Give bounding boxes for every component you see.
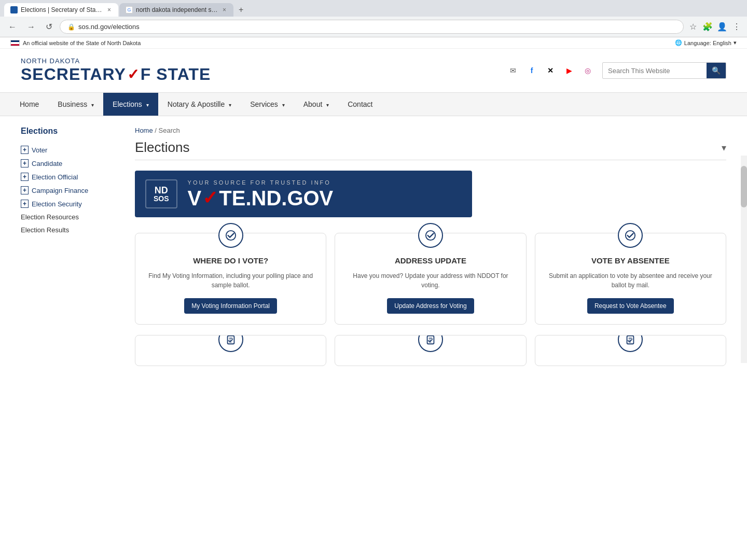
expand-icon: + — [21, 173, 29, 181]
card-title-3: VOTE BY ABSENTEE — [544, 256, 717, 265]
nav-link-home[interactable]: Home — [10, 93, 48, 116]
card-partial-1 — [135, 335, 326, 366]
sidebar-link-election-security[interactable]: + Election Security — [21, 200, 125, 208]
card-desc-2: Have you moved? Update your address with… — [343, 271, 517, 290]
tab-favicon-2: G — [126, 6, 133, 13]
back-button[interactable]: ← — [5, 20, 20, 34]
nav-link-notary[interactable]: Notary & Apostille ▾ — [158, 93, 241, 116]
card-check-icon-1 — [218, 223, 243, 248]
banner-image: ND SOS YOUR SOURCE FOR TRUSTED INFO V ✓ … — [135, 171, 472, 217]
sidebar-item-campaign-finance[interactable]: + Campaign Finance — [21, 184, 125, 197]
nav-item-contact[interactable]: Contact — [338, 93, 382, 116]
scrollbar[interactable] — [741, 156, 747, 363]
bookmark-icon[interactable]: ☆ — [688, 22, 698, 32]
search-input[interactable] — [603, 64, 707, 78]
sidebar-item-election-resources[interactable]: Election Resources — [21, 211, 125, 223]
language-selector[interactable]: 🌐 Language: English ▾ — [675, 39, 737, 46]
social-icons: ✉ f ✕ ▶ ◎ — [506, 63, 595, 78]
chevron-down-icon: ▾ — [146, 102, 149, 108]
forward-button[interactable]: → — [24, 20, 38, 34]
sidebar-link-campaign-finance[interactable]: + Campaign Finance — [21, 186, 125, 194]
sidebar-link-election-resources[interactable]: Election Resources — [21, 213, 125, 221]
breadcrumb-home-link[interactable]: Home — [135, 127, 153, 134]
card-partial-2 — [335, 335, 526, 366]
nav-item-notary[interactable]: Notary & Apostille ▾ — [158, 93, 241, 116]
nav-item-about[interactable]: About ▾ — [294, 93, 338, 116]
card-partial-3 — [535, 335, 726, 366]
nav-link-elections[interactable]: Elections ▾ — [103, 93, 158, 116]
nav-bar: Home Business ▾ Elections ▾ Notary & Apo… — [0, 92, 747, 116]
extensions-icon[interactable]: 🧩 — [702, 22, 713, 32]
chevron-down-icon: ▾ — [326, 102, 329, 108]
content-area: Home / Search Elections ▾ ND SOS YOUR SO… — [135, 127, 726, 366]
card-btn-3[interactable]: Request to Vote Absentee — [587, 298, 674, 314]
tab-title-2: north dakota independent stat... — [136, 6, 218, 13]
expand-icon: + — [21, 146, 29, 154]
browser-tabs: Elections | Secretary of State | N... × … — [4, 3, 743, 17]
sidebar-item-candidate[interactable]: + Candidate — [21, 157, 125, 170]
lock-icon: 🔒 — [67, 23, 75, 31]
banner-logo: ND SOS — [145, 179, 177, 208]
nav-link-contact[interactable]: Contact — [338, 93, 382, 116]
sidebar-item-election-official[interactable]: + Election Official — [21, 170, 125, 184]
youtube-icon[interactable]: ▶ — [562, 63, 576, 78]
scrollbar-thumb[interactable] — [741, 166, 747, 207]
nav-link-about[interactable]: About ▾ — [294, 93, 338, 116]
breadcrumb-separator: / — [155, 127, 158, 134]
sidebar-link-election-results[interactable]: Election Results — [21, 226, 125, 234]
nav-item-services[interactable]: Services ▾ — [241, 93, 294, 116]
profile-icon[interactable]: 👤 — [717, 22, 727, 32]
page: An official website of the State of Nort… — [0, 37, 747, 376]
x-twitter-icon[interactable]: ✕ — [543, 63, 558, 78]
sidebar-link-voter[interactable]: + Voter — [21, 146, 125, 154]
card-btn-2[interactable]: Update Address for Voting — [387, 298, 474, 314]
address-text: sos.nd.gov/elections — [78, 23, 140, 31]
address-bar[interactable]: 🔒 sos.nd.gov/elections — [60, 20, 684, 34]
banner-logo-nd: ND — [154, 186, 169, 195]
card-title-2: ADDRESS UPDATE — [343, 256, 517, 265]
nav-item-elections[interactable]: Elections ▾ — [103, 93, 158, 116]
nav-link-business[interactable]: Business ▾ — [48, 93, 103, 116]
sidebar-link-candidate[interactable]: + Candidate — [21, 159, 125, 167]
reload-button[interactable]: ↺ — [43, 20, 56, 34]
header-right: ✉ f ✕ ▶ ◎ 🔍 — [506, 62, 726, 79]
nav-item-home[interactable]: Home — [10, 93, 48, 116]
vote-checkmark-icon: ✓ — [202, 189, 218, 207]
instagram-icon[interactable]: ◎ — [580, 63, 595, 78]
card-desc-3: Submit an application to vote by absente… — [544, 271, 717, 290]
tab-close-1[interactable]: × — [106, 6, 112, 13]
card-check-icon-3 — [618, 223, 643, 248]
browser-tab-2[interactable]: G north dakota independent stat... × — [119, 3, 233, 17]
logo-subtitle: NORTH DAKOTA — [21, 57, 211, 65]
card-btn-1[interactable]: My Voting Information Portal — [184, 298, 277, 314]
nav-list: Home Business ▾ Elections ▾ Notary & Apo… — [0, 93, 747, 116]
search-button[interactable]: 🔍 — [707, 63, 726, 78]
browser-toolbar: ← → ↺ 🔒 sos.nd.gov/elections ☆ 🧩 👤 ⋮ — [0, 17, 747, 37]
menu-icon[interactable]: ⋮ — [731, 22, 742, 32]
official-text: An official website of the State of Nort… — [23, 40, 141, 46]
sidebar-link-election-official[interactable]: + Election Official — [21, 173, 125, 181]
tab-close-2[interactable]: × — [222, 6, 227, 13]
logo-text-2: F STATE — [141, 65, 211, 84]
add-tab-button[interactable]: + — [234, 3, 247, 17]
logo-title: SECRETARY ✓ F STATE — [21, 65, 211, 84]
header: NORTH DAKOTA SECRETARY ✓ F STATE ✉ f ✕ ▶… — [0, 49, 747, 92]
banner-text: YOUR SOURCE FOR TRUSTED INFO V ✓ TE.ND.G… — [188, 179, 334, 208]
card-title-1: WHERE DO I VOTE? — [144, 256, 317, 265]
facebook-icon[interactable]: f — [524, 63, 539, 78]
breadcrumb-current: Search — [159, 127, 180, 134]
toolbar-icons: ☆ 🧩 👤 ⋮ — [688, 22, 742, 32]
sidebar-item-voter[interactable]: + Voter — [21, 143, 125, 157]
expand-icon: + — [21, 200, 29, 208]
sidebar-item-election-results[interactable]: Election Results — [21, 223, 125, 236]
nav-link-services[interactable]: Services ▾ — [241, 93, 294, 116]
chevron-down-icon: ▾ — [282, 102, 285, 108]
browser-tab-1[interactable]: Elections | Secretary of State | N... × — [4, 3, 118, 17]
sidebar-item-election-security[interactable]: + Election Security — [21, 197, 125, 211]
nav-item-business[interactable]: Business ▾ — [48, 93, 103, 116]
top-bar: An official website of the State of Nort… — [0, 37, 747, 49]
info-cards: WHERE DO I VOTE? Find My Voting Informat… — [135, 233, 726, 325]
banner-tagline: YOUR SOURCE FOR TRUSTED INFO — [188, 179, 334, 186]
email-icon[interactable]: ✉ — [506, 63, 520, 78]
search-bar: 🔍 — [602, 62, 726, 79]
